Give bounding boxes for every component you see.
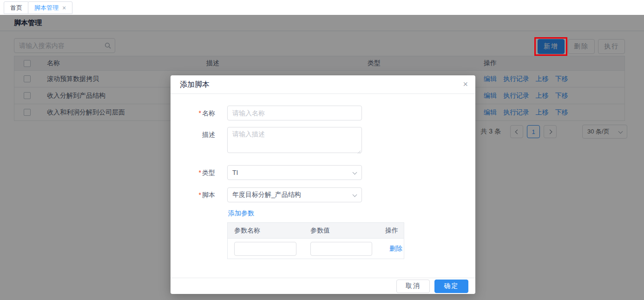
name-field-label: *名称 [171,106,215,120]
tab-home[interactable]: 首页 [4,1,29,14]
dialog-title: 添加脚本 [180,75,210,94]
type-select-value: TI [232,169,238,176]
add-script-dialog: 添加脚本 × *名称 描述 *类型 TI *脚本 年度目标分解_产品结构 添加参… [171,75,475,294]
required-mark: * [199,169,201,176]
script-select[interactable]: 年度目标分解_产品结构 [227,187,362,202]
required-mark: * [199,109,201,117]
type-select[interactable]: TI [227,165,362,180]
tab-home-label: 首页 [10,4,22,12]
param-header-ops: 操作 [379,227,404,235]
param-value-input[interactable] [310,242,372,256]
confirm-button[interactable]: 确定 [434,280,468,293]
add-param-link[interactable]: 添加参数 [228,209,254,218]
cancel-button[interactable]: 取消 [396,280,430,293]
param-table-row: 删除 [227,239,404,259]
param-header-value: 参数值 [304,227,379,235]
param-delete-link[interactable]: 删除 [389,245,402,252]
dialog-footer: 取消 确定 [171,278,475,294]
script-field-label: *脚本 [171,187,215,202]
desc-field-label: 描述 [171,127,215,142]
required-mark: * [199,191,201,199]
desc-textarea[interactable] [227,127,362,153]
param-table: 参数名称 参数值 操作 删除 [227,222,404,259]
chevron-down-icon [353,193,357,197]
param-table-header: 参数名称 参数值 操作 [227,222,404,239]
tab-close-icon[interactable]: × [62,5,66,11]
dialog-header: 添加脚本 × [171,75,475,94]
tab-script-management[interactable]: 脚本管理 × [28,1,72,14]
type-field-label: *类型 [171,165,215,180]
tab-bar: 首页 脚本管理 × [0,0,644,15]
name-input[interactable] [227,106,362,120]
tab-script-label: 脚本管理 [34,4,59,12]
param-name-input[interactable] [234,242,296,256]
close-icon[interactable]: × [463,75,468,93]
script-select-value: 年度目标分解_产品结构 [232,191,301,199]
chevron-down-icon [353,170,357,175]
param-header-name: 参数名称 [228,227,304,235]
